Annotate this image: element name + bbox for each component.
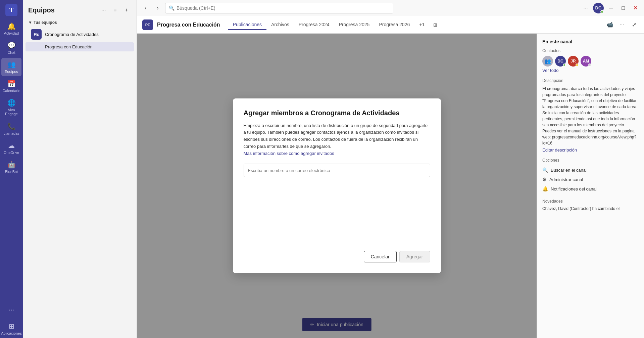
group-arrow-icon: ▼ [28,20,32,25]
maximize-button[interactable]: □ [618,3,628,13]
add-members-dialog: Agregar miembros a Cronograma de Activid… [233,98,441,273]
channel-title: Progresa con Educación [157,22,220,28]
chat-icon: 💬 [7,41,16,49]
sidebar-item-viva-label: Viva Engage [3,108,20,116]
dialog-link[interactable]: Más información sobre cómo agregar invit… [244,151,334,156]
teams-panel: Equipos ··· ≡ + ▼ Tus equipos PE Cronogr… [23,0,137,338]
dialog-body-text: Empieza a escribir un nombre, una lista … [244,123,428,149]
channel-tabs: Publicaciones Archivos Progresa 2024 Pro… [228,20,601,30]
tab-progresa2024[interactable]: Progresa 2024 [294,20,334,30]
sidebar-item-llamadas-label: Llamadas [3,131,19,135]
search-box: 🔍 [165,3,393,13]
sidebar-item-viva[interactable]: 🌐 Viva Engage [1,96,21,119]
dc-status-dot [563,64,566,67]
sidebar-item-equipos[interactable]: 👥 Equipos [1,58,21,76]
apps-icon: ⊞ [9,322,14,330]
teams-more-button[interactable]: ··· [99,5,108,15]
expand-button[interactable]: ⤢ [629,20,639,30]
am-status-dot [588,64,591,67]
sidebar-item-aplicaciones[interactable]: ⊞ Aplicaciones [1,320,21,338]
team-name-cronograma: Cronograma de Actividades [45,32,99,37]
sidebar-item-onedrive-label: OneDrive [4,151,19,155]
bluebot-icon: 🤖 [7,161,16,169]
right-panel: En este canal Contactos 👥 DC JR AM [537,34,644,338]
ver-todo-link[interactable]: Ver todo [542,68,639,73]
sidebar-item-actividad-label: Actividad [4,31,19,35]
close-button[interactable]: ✕ [631,3,640,13]
option-admin-label: Administrar canal [549,177,583,182]
add-tab-button[interactable]: ⊞ [431,20,440,30]
sidebar-item-more[interactable]: ··· [1,303,21,316]
group-label-text: Tus equipos [34,20,57,25]
channel-header-right: 📹 ··· ⤢ [605,20,639,30]
description-text: El cronograma abarca todas las actividad… [542,86,639,146]
user-initials: DC [595,5,602,10]
admin-canal-icon: ⚙ [542,177,547,182]
options-section: Opciones 🔍 Buscar en el canal ⚙ Administ… [542,158,639,194]
dialog-title: Agregar miembros a Cronograma de Activid… [244,109,430,117]
team-avatar-cronograma: PE [31,29,42,40]
sidebar-item-llamadas[interactable]: 📞 Llamadas [1,120,21,138]
team-item-cronograma[interactable]: PE Cronograma de Actividades [26,26,134,42]
minimize-button[interactable]: ─ [606,3,616,13]
teams-filter-button[interactable]: ≡ [110,5,120,15]
forward-button[interactable]: › [153,3,162,13]
description-section: Descripción El cronograma abarca todas l… [542,78,639,153]
sidebar-item-calendario[interactable]: 📅 Calendario [1,77,21,95]
svg-text:T: T [9,7,13,13]
user-avatar[interactable]: DC [593,3,604,13]
search-input[interactable] [177,5,390,11]
add-button[interactable]: Agregar [399,251,430,262]
contact-dc: DC [555,56,566,67]
novedades-text: Chavez, David (Contractor) ha cambiado e… [542,206,639,211]
teams-icon: 👥 [7,60,16,69]
bell-icon: 🔔 [7,22,16,30]
sidebar-item-onedrive[interactable]: ☁ OneDrive [1,139,21,157]
sidebar-item-chat-label: Chat [7,50,15,54]
tab-progresa2025[interactable]: Progresa 2025 [334,20,375,30]
team-group-label: ▼ Tus equipos [23,17,137,26]
notif-canal-icon: 🔔 [542,186,548,192]
option-search-canal[interactable]: 🔍 Buscar en el canal [542,165,639,175]
novedades-section: Novedades Chavez, David (Contractor) ha … [542,199,639,211]
cancel-button[interactable]: Cancelar [364,251,397,262]
tab-progresa2026[interactable]: Progresa 2026 [374,20,414,30]
teams-add-button[interactable]: + [122,5,131,15]
tab-archivos[interactable]: Archivos [266,20,294,30]
channel-more-button[interactable]: ··· [617,20,627,30]
sidebar-item-bluebot-label: BlueBot [5,170,18,174]
top-bar: ‹ › 🔍 ··· DC ─ □ ✕ [137,0,644,16]
tab-publicaciones[interactable]: Publicaciones [228,20,266,30]
channel-item-progresa[interactable]: Progresa con Educación [26,42,134,51]
channel-logo: PE [142,19,153,30]
contact-am: AM [581,56,591,67]
sidebar-item-actividad[interactable]: 🔔 Actividad [1,19,21,38]
opciones-label: Opciones [542,158,639,163]
option-notif-label: Notificaciones del canal [551,186,597,192]
teams-header: Equipos ··· ≡ + [23,0,137,17]
back-button[interactable]: ‹ [141,3,150,13]
contact-jr: JR [568,56,579,67]
main-content: ‹ › 🔍 ··· DC ─ □ ✕ PE Progresa con Educa… [137,0,644,338]
option-notificaciones-canal[interactable]: 🔔 Notificaciones del canal [542,184,639,194]
top-bar-right: ··· DC ─ □ ✕ [581,3,640,13]
sidebar-item-bluebot[interactable]: 🤖 BlueBot [1,158,21,176]
teams-logo[interactable]: T [5,4,17,16]
video-button[interactable]: 📹 [605,20,614,30]
sidebar-item-calendario-label: Calendario [2,89,20,93]
onedrive-icon: ☁ [8,141,15,150]
teams-header-actions: ··· ≡ + [99,5,131,15]
member-search-input[interactable] [244,164,430,177]
sidebar-item-chat[interactable]: 💬 Chat [1,39,21,57]
channel-feed: Agregar miembros a Cronograma de Activid… [137,34,537,338]
search-icon: 🔍 [169,5,175,11]
option-administrar-canal[interactable]: ⚙ Administrar canal [542,175,639,184]
contacts-section: Contactos 👥 DC JR AM V [542,48,639,73]
channel-header: PE Progresa con Educación Publicaciones … [137,16,644,34]
sidebar: T 🔔 Actividad 💬 Chat 👥 Equipos 📅 Calenda… [0,0,23,338]
edit-description-link[interactable]: Editar descripción [542,147,639,153]
tab-more[interactable]: +1 [414,20,429,30]
search-canal-icon: 🔍 [542,167,548,173]
novedades-label: Novedades [542,199,639,204]
topbar-more-button[interactable]: ··· [581,3,590,13]
